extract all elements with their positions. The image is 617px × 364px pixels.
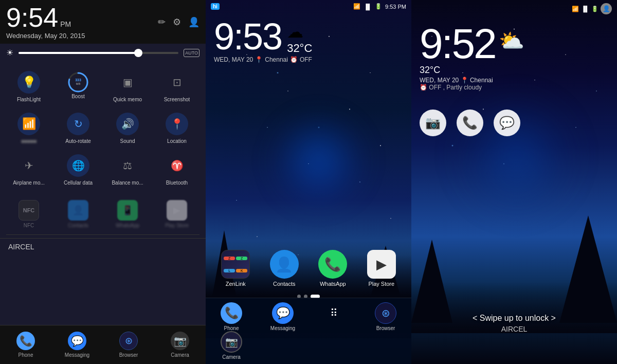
wifi-icon-right: 📶 (572, 6, 579, 12)
sound-label: Sound (120, 138, 135, 144)
dock-browser-mid[interactable]: ⊛ Browser (360, 302, 411, 331)
location-label: Location (167, 138, 187, 144)
weather-icon-right: ⛅ (499, 29, 524, 52)
clock-status: 9:53 PM (385, 4, 406, 10)
dock-left: 📞 Phone 💬 Messaging ⊛ Browser 📷 Camera (0, 325, 206, 364)
toggle-screenshot[interactable]: ⊡ Screenshot (152, 66, 202, 107)
dock-messaging-mid[interactable]: 💬 Messaging (257, 302, 308, 331)
status-left-mid: hi (211, 3, 220, 10)
flashlight-label: FlashLight (17, 97, 41, 102)
settings-icon[interactable]: ⚙ (173, 16, 181, 28)
bluetooth-icon-wrap: ♈ (166, 154, 188, 177)
zenlink-icon: Z Z L K (221, 250, 250, 279)
brightness-min-icon: ☀ (6, 48, 13, 58)
airplane-label: Airplane mo... (13, 180, 45, 186)
app-whatsapp[interactable]: 📞 WhatsApp (311, 250, 355, 287)
dock-phone-mid[interactable]: 📞 Phone (206, 302, 257, 331)
brightness-thumb[interactable] (134, 49, 142, 57)
lock-buttons: 📷 📞 💬 (411, 101, 617, 144)
dock-phone[interactable]: 📞 Phone (0, 329, 51, 361)
alarm-weather-desc: ⏰ OFF , Partly cloudy (420, 84, 609, 91)
browser-icon-mid: ⊛ (375, 302, 396, 324)
messaging-icon: 💬 (68, 332, 86, 350)
app-contacts[interactable]: 👤 Contacts (263, 250, 306, 287)
nfc-label: NFC (24, 223, 34, 228)
camera-icon: 📷 (171, 332, 189, 350)
dock-browser[interactable]: ⊛ Browser (103, 329, 154, 361)
quickmemo-icon-wrap: ▣ (116, 71, 139, 94)
dock-camera[interactable]: 📷 Camera (154, 329, 206, 361)
swipe-unlock[interactable]: < Swipe up to unlock > AIRCEL (411, 314, 617, 333)
temp-mid: 32°C (287, 42, 312, 55)
zenlink-sub3: L (224, 269, 235, 272)
toggle-quickmemo[interactable]: ▣ Quick memo (103, 66, 152, 107)
bluetooth-label: Bluetooth (166, 180, 188, 186)
bluetooth-icon: ♈ (171, 159, 184, 172)
sound-icon-wrap: 🔊 (116, 113, 139, 135)
message-lock-btn[interactable]: 💬 (494, 110, 520, 136)
phone-lock-btn[interactable]: 📞 (457, 110, 483, 136)
toggle-wifi[interactable]: 📶 ■■■■■ (4, 107, 53, 149)
toggle-cellular[interactable]: 🌐 Cellular data (53, 149, 103, 191)
wifi-label: ■■■■■ (21, 138, 37, 144)
notification-shade: 9:54 PM Wednesday, May 20, 2015 ✏ ⚙ 👤 ☀ … (0, 0, 206, 364)
toggle-flashlight[interactable]: 💡 FlashLight (4, 66, 53, 107)
date-mid: WED, MAY 20 (214, 56, 253, 63)
dock-apps-mid[interactable]: ⠿ (308, 302, 360, 331)
toggle-boost[interactable]: 333 MB Boost (53, 66, 103, 107)
location-pin-right: 📍 (461, 77, 468, 84)
app-playstore[interactable]: ▶ Play Store (360, 250, 404, 287)
alarm-right: OFF (429, 84, 441, 91)
wifi-icon-wrap: 📶 (17, 113, 40, 135)
apps-grid-icon: ⠿ (323, 302, 345, 324)
battery-icon-right: 🔋 (591, 6, 598, 12)
brightness-auto-icon[interactable]: AUTO (184, 49, 199, 57)
messaging-icon-mid: 💬 (272, 302, 294, 324)
app-small-whatsapp: 📱 WhatsApp (103, 197, 152, 231)
status-bar-mid: hi 📶 ▐▌ 🔋 9:53 PM (206, 0, 411, 13)
toggle-bluetooth[interactable]: ♈ Bluetooth (152, 149, 202, 191)
dock-camera-mid[interactable]: 📷 Camera (206, 331, 257, 360)
nfc-text: NFC (23, 207, 35, 213)
dock-messaging[interactable]: 💬 Messaging (51, 329, 103, 361)
status-right-right: 📶 ▐▌ 🔋 👤 (572, 3, 612, 14)
whatsapp-small-label: WhatsApp (116, 223, 139, 228)
contacts-icon: 👤 (270, 250, 299, 279)
time-block: 9:54 PM Wednesday, May 20, 2015 (6, 4, 85, 40)
quick-toggles-grid: 💡 FlashLight 333 MB Boost ▣ Qu (0, 62, 206, 195)
toggle-balance[interactable]: ⚖ Balance mo... (103, 149, 152, 191)
toggle-airplane[interactable]: ✈ Airplane mo... (4, 149, 53, 191)
brightness-bar[interactable]: ☀ AUTO (0, 44, 206, 62)
balance-icon: ⚖ (123, 159, 132, 172)
browser-label: Browser (119, 352, 138, 358)
toggle-autorotate[interactable]: ↻ Auto-rotate (53, 107, 103, 149)
autorotate-icon-wrap: ↻ (67, 113, 89, 135)
alarm-icon-mid: ⏰ (290, 56, 298, 63)
toggle-location[interactable]: 📍 Location (152, 107, 202, 149)
weather-desc-right: Partly cloudy (446, 84, 482, 91)
screenshot-icon: ⊡ (173, 76, 182, 88)
avatar-right: 👤 (601, 3, 612, 14)
contacts-label: Contacts (273, 281, 295, 287)
date-right: WED, MAY 20 (420, 77, 459, 84)
wifi-status-icon: 📶 (353, 3, 360, 10)
autorotate-label: Auto-rotate (65, 138, 90, 144)
signal-icon-right: ▐▌ (581, 6, 589, 12)
zenlink-label: ZenLink (226, 281, 246, 287)
time-display-left: 9:54 PM (6, 4, 85, 31)
time-display-mid: 9:53 (214, 18, 282, 55)
edit-icon[interactable]: ✏ (158, 16, 166, 28)
battery-icon: 🔋 (375, 3, 382, 10)
balance-label: Balance mo... (112, 180, 143, 186)
camera-lock-btn[interactable]: 📷 (420, 110, 446, 136)
wifi-icon: 📶 (22, 117, 36, 131)
playstore-label: Play Store (368, 281, 394, 287)
app-zenlink[interactable]: Z Z L K ZenLink (214, 250, 258, 287)
toggle-sound[interactable]: 🔊 Sound (103, 107, 152, 149)
location-mid: Chennai (265, 56, 288, 63)
whatsapp-label: WhatsApp (320, 281, 346, 287)
browser-label-mid: Browser (376, 325, 395, 331)
brightness-track[interactable] (19, 52, 178, 54)
alarm-icon-right: ⏰ (420, 84, 427, 91)
user-icon[interactable]: 👤 (188, 16, 199, 28)
